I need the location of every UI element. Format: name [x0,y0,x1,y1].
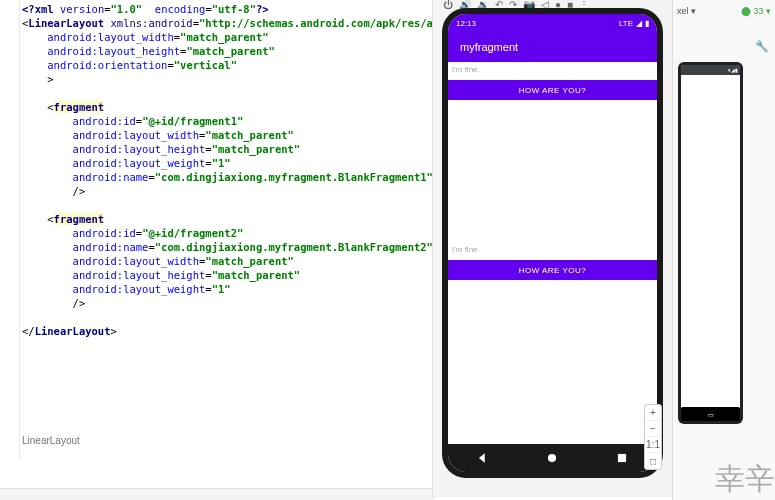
mini-nav-bar: ▭ [681,407,740,421]
power-icon[interactable]: ⏻ [443,0,453,10]
bottom-separator [0,488,435,500]
signal-icon: ◢ [636,19,642,28]
fragment2-area: I'm fine. HOW ARE YOU? [448,242,657,422]
nav-home-icon[interactable] [545,451,559,465]
layout-preview-pane: xel ▾ ⬤ 33 ▾ 🔧 ▾◢▮ ▭ [672,0,775,500]
device-selector[interactable]: xel ▾ [677,6,696,16]
zoom-out-button[interactable]: − [645,421,661,437]
breadcrumb[interactable]: LinearLayout [22,435,80,446]
nav-back-icon[interactable] [476,451,490,465]
code-content[interactable]: <?xml version="1.0" encoding="utf-8"?> <… [22,2,477,338]
system-nav-bar [448,444,657,472]
api-selector[interactable]: ⬤ 33 ▾ [741,6,771,16]
emulator-panel: ⏻ 🔊 🔉 ↶ ↷ 📷 ◁ ● ■ ⋮ 12:13 LTE ◢ ▮ myfrag… [432,0,672,497]
code-editor[interactable]: <?xml version="1.0" encoding="utf-8"?> <… [0,0,435,460]
phone-screen[interactable]: 12:13 LTE ◢ ▮ myfragment I'm fine. HOW A… [448,14,657,472]
wrench-icon[interactable]: 🔧 [755,40,769,53]
mini-signal-icon: ▾◢▮ [728,67,738,73]
decoration-sticker: 幸辛 [715,459,775,500]
editor-gutter [0,0,20,460]
status-time: 12:13 [456,19,476,28]
zoom-fit-button[interactable]: 1:1 [645,437,661,453]
app-title: myfragment [460,41,518,53]
preview-toolbar: xel ▾ ⬤ 33 ▾ [673,0,775,22]
zoom-controls: + − 1:1 □ [644,404,662,470]
mini-phone-preview[interactable]: ▾◢▮ ▭ [678,62,743,424]
status-bar: 12:13 LTE ◢ ▮ [448,14,657,32]
battery-icon: ▮ [645,19,649,28]
fragment2-button[interactable]: HOW ARE YOU? [448,260,657,280]
fragment2-text: I'm fine. [452,245,480,254]
zoom-box-button[interactable]: □ [645,453,661,469]
svg-point-0 [548,454,556,462]
phone-frame: 12:13 LTE ◢ ▮ myfragment I'm fine. HOW A… [442,8,663,478]
mini-status-bar: ▾◢▮ [681,65,740,75]
nav-overview-icon[interactable] [615,451,629,465]
svg-rect-1 [618,454,626,462]
fragment1-area: I'm fine. HOW ARE YOU? [448,62,657,242]
zoom-in-button[interactable]: + [645,405,661,421]
fragment1-button[interactable]: HOW ARE YOU? [448,80,657,100]
fragment1-text: I'm fine. [452,65,480,74]
network-label: LTE [619,19,633,28]
app-bar: myfragment [448,32,657,62]
